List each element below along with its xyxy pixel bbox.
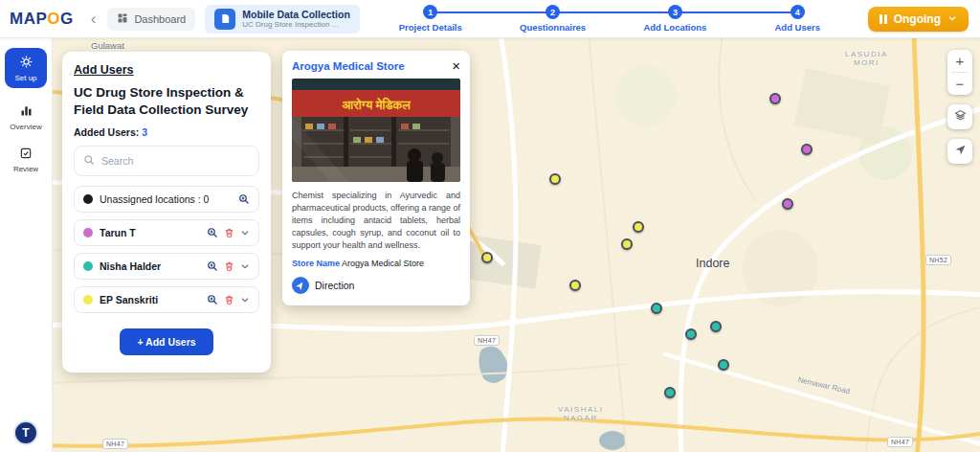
map-marker[interactable] [549,173,561,185]
zoom-out-button[interactable]: − [947,73,972,95]
user-name: Nisha Halder [100,260,200,272]
added-users-line: Added Users: 3 [74,126,259,138]
project-file-icon [214,9,235,30]
zoom-to-locations-icon[interactable] [238,193,250,205]
locate-button[interactable] [947,139,972,164]
user-list: Unassigned locations : 0 Tarun T [74,186,259,313]
rail-item-overview[interactable]: Overview [10,103,41,131]
route-badge: NH47 [887,437,913,447]
project-subtitle: UC Drug Store Inspection ... [242,20,350,29]
panel-heading: Add Users [74,63,259,77]
map-label: VAISHALI NAGAR [558,405,603,422]
direction-button[interactable]: Direction [292,277,460,294]
app-logo: MAPOG [10,10,74,29]
layers-icon [954,108,967,125]
step-number: 1 [423,5,437,19]
map-label: LASUDIA MORI [845,50,888,67]
unassigned-locations-row: Unassigned locations : 0 [74,186,259,213]
step-project-details[interactable]: 1 Project Details [369,5,492,33]
user-row[interactable]: Nisha Halder [74,253,259,280]
map-marker[interactable] [481,252,493,263]
route-badge: NH47 [102,439,128,449]
step-number: 4 [791,5,805,19]
chevron-down-icon[interactable] [240,295,250,305]
step-add-locations[interactable]: 3 Add Locations [614,5,737,33]
rail-item-setup[interactable]: Set up [5,48,47,88]
content-area: Set up Overview Review T [0,38,980,452]
delete-user-icon[interactable] [224,227,234,238]
map-marker[interactable] [801,144,813,155]
dashboard-button[interactable]: Dashboard [107,8,195,31]
map-marker[interactable] [569,280,581,291]
map-marker[interactable] [685,328,697,340]
step-add-users[interactable]: 4 Add Users [736,5,858,33]
search-icon [83,152,95,170]
user-name: Tarun T [100,227,200,238]
step-number: 2 [546,5,560,19]
store-popup: Arogya Medical Store × आरोग्य मेडिकल [282,51,470,305]
project-card[interactable]: Mobile Data Collection UC Drug Store Ins… [205,5,360,34]
map-marker[interactable] [651,303,662,314]
rail-item-label: Set up [14,74,36,82]
location-dot [83,194,93,204]
rail-item-label: Overview [10,123,41,131]
map-marker[interactable] [782,198,793,210]
layers-button[interactable] [947,104,972,129]
dashboard-label: Dashboard [134,13,186,25]
store-photo: आरोग्य मेडिकल [292,79,460,182]
back-button[interactable]: ‹ [89,10,99,29]
map-canvas[interactable]: GulawatLASUDIA MORIIndoreVAISHALI NAGARN… [53,38,980,452]
checkbox-check-icon [19,147,33,162]
user-color-dot [83,261,93,271]
zoom-to-user-icon[interactable] [207,227,218,238]
bar-chart-icon [19,103,33,120]
map-marker[interactable] [718,359,729,371]
chevron-down-icon[interactable] [240,228,250,237]
close-icon[interactable]: × [452,60,460,72]
step-label: Add Locations [643,22,706,33]
add-users-panel: Add Users UC Drug Store Inspection & Fie… [62,52,271,373]
status-ongoing-button[interactable]: Ongoing [868,7,969,32]
map-marker[interactable] [621,238,633,250]
map-marker[interactable] [710,321,722,332]
rail-item-review[interactable]: Review [13,147,38,173]
chevron-down-icon[interactable] [240,261,250,271]
map-marker[interactable] [633,221,644,233]
step-questionnaires[interactable]: 2 Questionnaires [492,5,614,33]
step-number: 3 [668,5,682,19]
added-users-count: 3 [142,126,147,138]
survey-title: UC Drug Store Inspection & Field Data Co… [74,84,259,118]
map-label: Indore [696,257,729,270]
zoom-to-user-icon[interactable] [207,294,218,305]
search-input[interactable] [101,155,250,167]
dashboard-grid-icon [117,12,128,26]
top-bar: MAPOG ‹ Dashboard Mobile Data Collection… [0,0,980,38]
map-marker[interactable] [664,387,676,398]
map-label: Nemawar Road [797,375,851,396]
step-label: Add Users [774,22,820,33]
map-marker[interactable] [769,93,781,104]
user-row[interactable]: Tarun T [74,219,259,246]
zoom-to-user-icon[interactable] [207,260,218,272]
added-users-label: Added Users: [74,126,139,138]
rail-item-label: Review [13,165,38,173]
route-badge: NH47 [474,335,500,346]
user-avatar[interactable]: T [13,420,38,445]
status-label: Ongoing [894,12,941,26]
route-badge: NH52 [925,255,951,265]
store-popup-title: Arogya Medical Store [292,60,405,72]
search-box [74,146,259,176]
user-color-dot [83,228,93,237]
step-label: Questionnaires [520,22,586,33]
delete-user-icon[interactable] [224,294,234,305]
chevron-left-icon: ‹ [91,10,97,28]
store-name-value: Arogya Medical Store [342,259,424,268]
zoom-in-button[interactable]: + [947,50,972,72]
add-users-button[interactable]: + Add Users [120,328,212,355]
direction-icon [292,277,309,294]
user-color-dot [83,295,93,305]
map-label: Gulawat [91,40,124,51]
delete-user-icon[interactable] [224,260,234,272]
user-row[interactable]: EP Sanskriti [74,286,259,313]
store-name-label: Store Name [292,259,340,268]
